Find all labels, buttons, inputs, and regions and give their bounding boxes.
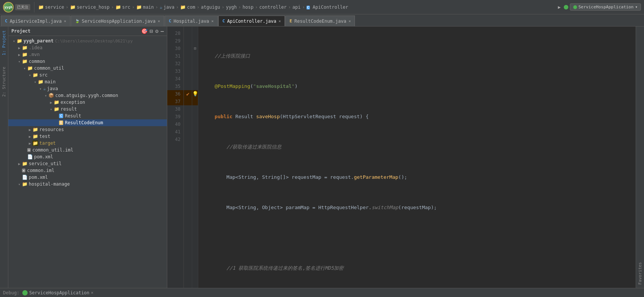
run-config-icon[interactable]: ▶ — [556, 5, 562, 10]
tab-icon-c2: C — [169, 19, 171, 23]
breadcrumb-main[interactable]: 📁 main — [136, 5, 154, 10]
tree-item-main[interactable]: ▾ 📁 main — [8, 78, 167, 85]
tab-icon-c: C — [5, 19, 8, 23]
fold-gutter: ⊟ 💡 — [192, 27, 198, 288]
run-config-dot — [573, 5, 577, 9]
tree-item-yygh-parent[interactable]: ▾ 📁 yygh_parent C:\Users\lenovo\Desktop\… — [8, 38, 167, 44]
run-indicator — [564, 5, 568, 9]
breadcrumb-project[interactable]: 📁 service — [38, 5, 64, 10]
vtab-favorites[interactable]: Favorites — [636, 259, 644, 288]
tab-icon-s: 🍃 — [75, 19, 79, 23]
tree-item-mvn[interactable]: ▶ 📁 .mvn — [8, 51, 167, 58]
sidebar-settings-btn[interactable]: ⚙ — [155, 28, 158, 34]
tab-close-resultcodeenum[interactable]: ✕ — [348, 19, 351, 23]
sidebar-minimize-btn[interactable]: — — [161, 28, 164, 34]
tree-item-java[interactable]: ▾ ☕ java — [8, 85, 167, 92]
tab-hospital[interactable]: C Hospital.java ✕ — [165, 16, 218, 26]
tree-item-target[interactable]: ▶ 📁 target — [8, 140, 167, 147]
breadcrumb-src[interactable]: 📁 src — [115, 5, 131, 10]
debug-app-item[interactable]: ServiceHospApplication ✕ — [22, 290, 93, 295]
tree-item-test[interactable]: ▶ 📁 test — [8, 133, 167, 140]
code-line-35: //1 获取医院系统传递过来的签名,签名进行MD5加密 — [203, 264, 636, 272]
tab-servicehospapp[interactable]: 🍃 ServiceHospApplication.java ✕ — [71, 16, 164, 26]
right-vtab-strip: Favorites — [636, 27, 644, 288]
tree-item-idea[interactable]: ▶ 📁 .idea — [8, 44, 167, 51]
tab-apiservice[interactable]: C ApiServiceImpl.java ✕ — [1, 16, 70, 26]
tab-bar: C ApiServiceImpl.java ✕ 🍃 ServiceHospApp… — [0, 14, 644, 27]
tree-item-resultcodeenum[interactable]: ▶ E ResultCodeEnum — [8, 119, 167, 126]
breadcrumb-hosp[interactable]: hosp — [243, 5, 254, 10]
tree-item-pkg[interactable]: ▾ 📦 com.atguigu.yygh.common — [8, 92, 167, 99]
breadcrumb-api[interactable]: api — [292, 5, 301, 10]
tree-item-exception[interactable]: ▶ 📁 exception — [8, 99, 167, 106]
code-line-34 — [203, 234, 636, 242]
logo: yygh — [3, 2, 14, 13]
tree-item-result[interactable]: ▾ 📁 result — [8, 106, 167, 113]
tab-icon-e: E — [289, 19, 292, 23]
tree-item-pom-util[interactable]: ▶ 📄 pom.xml — [8, 153, 167, 160]
breadcrumb-com[interactable]: 📁 com — [180, 5, 195, 10]
code-line-31: //获取传递过来医院信息 — [203, 143, 636, 151]
tab-resultcodeenum[interactable]: E ResultCodeEnum.java ✕ — [285, 16, 355, 26]
tab-close-apicontroller[interactable]: ✕ — [278, 19, 281, 23]
left-vtab-strip: 1: Project 2: Structure — [0, 27, 8, 288]
debug-app-icon — [22, 290, 28, 295]
sidebar-collapse-btn[interactable]: ⊟ — [150, 28, 153, 34]
tab-close-servicehospapp[interactable]: ✕ — [158, 19, 160, 23]
breadcrumb-service-hosp[interactable]: 📁 service_hosp — [70, 5, 110, 10]
run-config-dropdown[interactable]: ServiceHospApplication ▾ — [570, 3, 641, 11]
sidebar: Project 🎯 ⊟ ⚙ — ▾ 📁 yygh_parent C:\Users… — [8, 27, 167, 288]
breadcrumb-bar: yygh 已关注 📁 service › 📁 service_hosp › 📁 … — [0, 0, 644, 14]
breadcrumb-atguigu[interactable]: atguigu — [201, 5, 220, 10]
tree-item-resources[interactable]: ▶ 📁 resources — [8, 126, 167, 133]
tree-item-src[interactable]: ▾ 📁 src — [8, 72, 167, 78]
breadcrumb-java[interactable]: ☕ java — [160, 5, 174, 10]
code-line-32: Map<String, String[]> requestMap = reque… — [203, 174, 636, 181]
breadcrumb-yygh[interactable]: yygh — [226, 5, 237, 10]
gutter: ✔ — [184, 27, 192, 288]
tab-apicontroller[interactable]: C ApiController.java ✕ — [218, 16, 285, 26]
code-content[interactable]: //上传医院接口 @PostMapping("saveHospital") pu… — [198, 27, 636, 288]
breadcrumb-apicontroller[interactable]: C ApiController — [306, 5, 348, 10]
vtab-structure[interactable]: 2: Structure — [0, 63, 8, 100]
tree-item-hospital-manage[interactable]: ▾ 📁 hospital-manage — [8, 181, 167, 188]
debug-bar: Debug: ServiceHospApplication ✕ — [0, 288, 644, 297]
breadcrumb-controller[interactable]: controller — [259, 5, 286, 10]
code-line-28: //上传医院接口 — [203, 52, 636, 60]
code-line-33: Map<String, Object> paramMap = HttpReque… — [203, 204, 636, 211]
already-follow-button[interactable]: 已关注 — [15, 4, 30, 10]
tab-close-apiservice[interactable]: ✕ — [64, 19, 66, 23]
sidebar-locate-btn[interactable]: 🎯 — [141, 28, 148, 34]
tree-item-pom-top[interactable]: ▶ 📄 pom.xml — [8, 174, 167, 181]
tree-item-common[interactable]: ▾ 📁 common — [8, 58, 167, 65]
tab-close-hospital[interactable]: ✕ — [212, 19, 214, 23]
tree-item-common-iml[interactable]: ▶ ✦ common.iml — [8, 167, 167, 174]
sidebar-header: Project 🎯 ⊟ ⚙ — — [8, 27, 167, 36]
tree-item-service-util[interactable]: ▶ 📁 service_util — [8, 160, 167, 167]
vtab-project[interactable]: 1: Project — [0, 27, 8, 59]
line-numbers: 28 29 30 31 32 33 34 35 36 37 38 39 40 4… — [167, 27, 184, 288]
tab-icon-c3: C — [222, 19, 225, 23]
code-line-30: public Result saveHosp(HttpServletReques… — [203, 113, 636, 120]
debug-close-btn[interactable]: ✕ — [91, 290, 93, 295]
code-editor[interactable]: 28 29 30 31 32 33 34 35 36 37 38 39 40 4… — [167, 27, 636, 288]
tree-item-common-util[interactable]: ▾ 📁 common_util — [8, 65, 167, 72]
tree-item-common-util-iml[interactable]: ▶ ✦ common_util.iml — [8, 147, 167, 153]
tree-item-result-class[interactable]: ▶ C Result — [8, 113, 167, 119]
code-line-29: @PostMapping("saveHospital") — [203, 83, 636, 90]
